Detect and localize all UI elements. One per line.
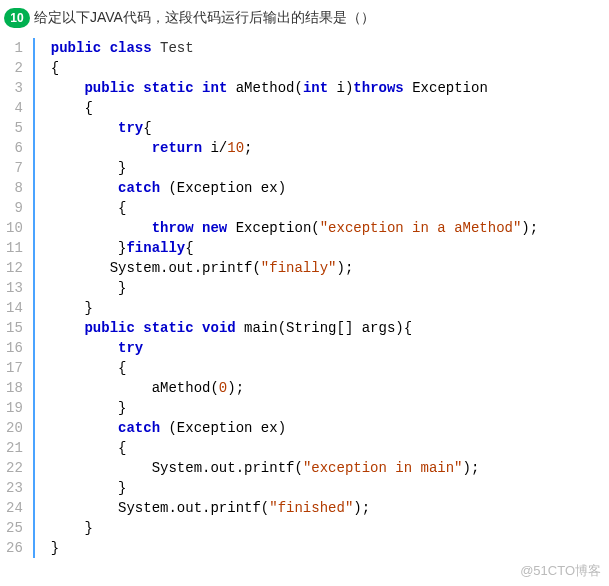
- line-number: 5: [6, 118, 23, 138]
- code-line: }: [51, 518, 609, 538]
- code-line: }: [51, 158, 609, 178]
- line-number: 1: [6, 38, 23, 58]
- question-text: 给定以下JAVA代码，这段代码运行后输出的结果是（）: [34, 9, 375, 27]
- watermark-text: @51CTO博客: [520, 562, 601, 580]
- line-number: 24: [6, 498, 23, 518]
- line-number: 11: [6, 238, 23, 258]
- line-number: 25: [6, 518, 23, 538]
- line-number: 7: [6, 158, 23, 178]
- line-number: 19: [6, 398, 23, 418]
- question-header: 10 给定以下JAVA代码，这段代码运行后输出的结果是（）: [0, 0, 609, 38]
- code-line: throw new Exception("exception in a aMet…: [51, 218, 609, 238]
- code-line: {: [51, 58, 609, 78]
- code-line: public static int aMethod(int i)throws E…: [51, 78, 609, 98]
- line-number: 22: [6, 458, 23, 478]
- line-number: 4: [6, 98, 23, 118]
- line-number: 6: [6, 138, 23, 158]
- code-line: public class Test: [51, 38, 609, 58]
- line-number: 17: [6, 358, 23, 378]
- line-number: 9: [6, 198, 23, 218]
- code-line: aMethod(0);: [51, 378, 609, 398]
- line-number: 14: [6, 298, 23, 318]
- code-line: }: [51, 538, 609, 558]
- line-number: 13: [6, 278, 23, 298]
- code-line: catch (Exception ex): [51, 418, 609, 438]
- line-number-gutter: 1 2 3 4 5 6 7 8 9 10 11 12 13 14 15 16 1…: [2, 38, 35, 558]
- code-content: public class Test { public static int aM…: [35, 38, 609, 558]
- line-number: 18: [6, 378, 23, 398]
- line-number: 23: [6, 478, 23, 498]
- code-line: }: [51, 478, 609, 498]
- code-block: 1 2 3 4 5 6 7 8 9 10 11 12 13 14 15 16 1…: [0, 38, 609, 558]
- code-line: }: [51, 298, 609, 318]
- code-line: catch (Exception ex): [51, 178, 609, 198]
- code-line: {: [51, 438, 609, 458]
- code-line: public static void main(String[] args){: [51, 318, 609, 338]
- code-line: try: [51, 338, 609, 358]
- code-line: System.out.printf("finished");: [51, 498, 609, 518]
- code-line: {: [51, 198, 609, 218]
- line-number: 10: [6, 218, 23, 238]
- code-line: {: [51, 98, 609, 118]
- line-number: 15: [6, 318, 23, 338]
- line-number: 21: [6, 438, 23, 458]
- question-number-badge: 10: [4, 8, 30, 28]
- code-line: }finally{: [51, 238, 609, 258]
- code-line: try{: [51, 118, 609, 138]
- line-number: 3: [6, 78, 23, 98]
- line-number: 26: [6, 538, 23, 558]
- code-line: }: [51, 398, 609, 418]
- line-number: 2: [6, 58, 23, 78]
- line-number: 16: [6, 338, 23, 358]
- code-line: return i/10;: [51, 138, 609, 158]
- code-line: {: [51, 358, 609, 378]
- code-line: System.out.printf("finally");: [51, 258, 609, 278]
- code-line: System.out.printf("exception in main");: [51, 458, 609, 478]
- line-number: 20: [6, 418, 23, 438]
- code-line: }: [51, 278, 609, 298]
- line-number: 8: [6, 178, 23, 198]
- line-number: 12: [6, 258, 23, 278]
